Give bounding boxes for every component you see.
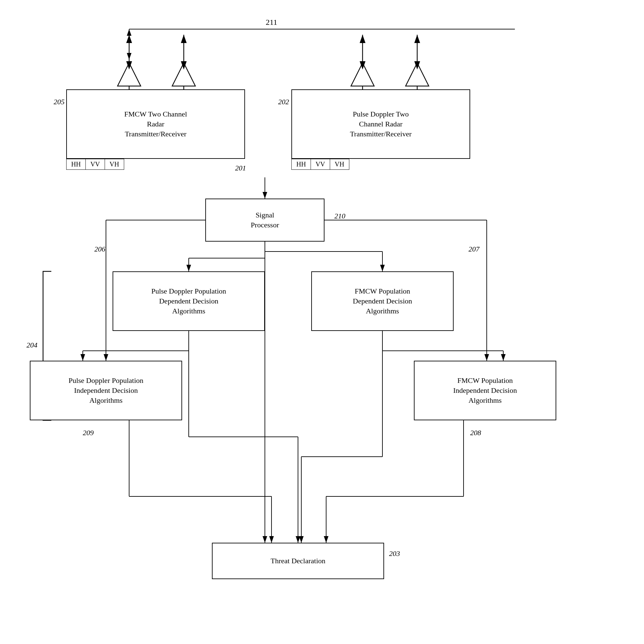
fmcw-channel-row: HH VV VH <box>66 159 124 170</box>
pd-pop-indep-box: Pulse Doppler PopulationIndependent Deci… <box>30 361 182 420</box>
pd-vh: VH <box>330 159 349 169</box>
ref-201: 201 <box>235 164 246 172</box>
fmcw-vv: VV <box>86 159 105 169</box>
pd-channel-row: HH VV VH <box>291 159 349 170</box>
antenna-4 <box>404 61 431 92</box>
pd-hh: HH <box>292 159 311 169</box>
antenna-3 <box>349 61 376 92</box>
antenna-1 <box>116 61 142 92</box>
ref-208: 208 <box>470 429 481 437</box>
ref-204: 204 <box>26 341 37 349</box>
pd-vv: VV <box>311 159 330 169</box>
signal-processor-box: SignalProcessor <box>205 199 325 242</box>
ref-210: 210 <box>335 212 345 220</box>
fmcw-radar-box: FMCW Two ChannelRadarTransmitter/Receive… <box>66 89 245 159</box>
ref-206: 206 <box>94 245 105 253</box>
antenna-2 <box>170 61 197 92</box>
ref-207: 207 <box>469 245 480 253</box>
ref-205: 205 <box>54 98 65 106</box>
threat-declaration-box: Threat Declaration <box>212 543 384 579</box>
pd-pop-dep-box: Pulse Doppler PopulationDependent Decisi… <box>113 271 265 331</box>
svg-text:211: 211 <box>265 18 277 26</box>
fmcw-vh: VH <box>105 159 124 169</box>
fmcw-pop-indep-box: FMCW PopulationIndependent DecisionAlgor… <box>414 361 556 420</box>
pd-radar-box: Pulse Doppler TwoChannel RadarTransmitte… <box>291 89 470 159</box>
ref-203: 203 <box>389 549 400 558</box>
ref-209: 209 <box>83 429 94 437</box>
ref-202: 202 <box>278 98 289 106</box>
fmcw-pop-dep-box: FMCW PopulationDependent DecisionAlgorit… <box>311 271 454 331</box>
fmcw-hh: HH <box>67 159 86 169</box>
